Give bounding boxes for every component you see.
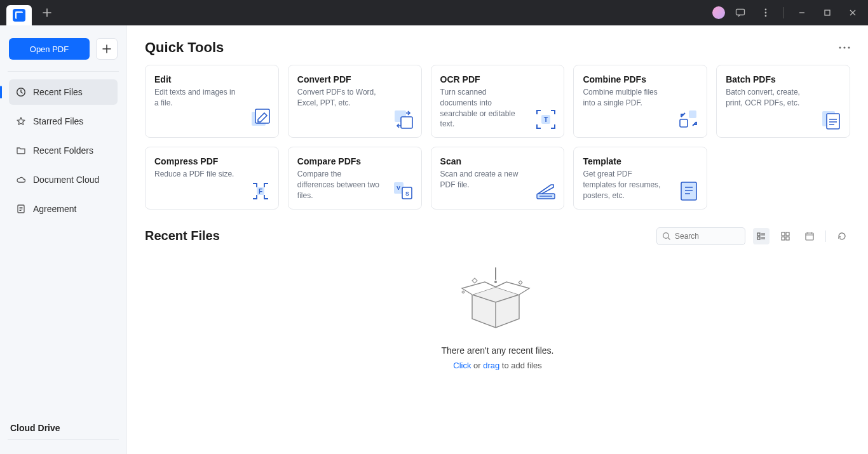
tool-card-convert[interactable]: Convert PDF Convert PDFs to Word, Excel,… xyxy=(288,65,422,138)
recent-files-title: Recent Files xyxy=(145,229,220,243)
svg-rect-0 xyxy=(736,10,745,15)
svg-rect-30 xyxy=(757,237,760,239)
empty-box-icon xyxy=(459,264,536,334)
tool-title: Compress PDF xyxy=(154,156,269,166)
folder-icon xyxy=(15,145,27,156)
svg-point-36 xyxy=(494,281,497,283)
sidebar-item-label: Agreement xyxy=(33,204,76,214)
sidebar-item-agreement[interactable]: Agreement xyxy=(9,196,118,222)
sidebar-item-recent-files[interactable]: Recent Files xyxy=(9,79,118,105)
combine-icon xyxy=(677,108,700,131)
search-input[interactable] xyxy=(675,232,740,241)
svg-text:F: F xyxy=(259,188,262,195)
empty-state: There aren't any recent files. Click or … xyxy=(145,264,850,370)
svg-rect-19 xyxy=(827,114,839,129)
compress-icon: F xyxy=(249,180,272,203)
svg-rect-34 xyxy=(786,237,789,240)
svg-rect-32 xyxy=(786,232,789,236)
doc-icon xyxy=(15,203,27,215)
search-box[interactable] xyxy=(656,227,745,245)
refresh-button[interactable] xyxy=(834,228,850,244)
quick-tools-more-button[interactable] xyxy=(839,44,850,51)
sidebar-item-document-cloud[interactable]: Document Cloud xyxy=(9,167,118,192)
empty-drag-link[interactable]: drag xyxy=(483,361,499,370)
svg-point-7 xyxy=(839,46,841,48)
template-icon xyxy=(677,180,700,203)
svg-point-9 xyxy=(848,46,850,48)
chat-icon[interactable] xyxy=(730,3,750,23)
batch-icon xyxy=(820,108,843,131)
search-icon xyxy=(662,232,671,241)
view-grid-button[interactable] xyxy=(777,228,794,244)
app-logo-icon xyxy=(13,9,25,22)
svg-rect-17 xyxy=(680,119,688,127)
titlebar xyxy=(0,0,868,25)
sidebar-item-label: Recent Folders xyxy=(33,145,93,156)
tool-card-ocr[interactable]: OCR PDF Turn scanned documents into sear… xyxy=(431,65,565,138)
svg-point-28 xyxy=(663,232,669,238)
svg-text:V: V xyxy=(397,185,400,191)
tool-card-edit[interactable]: Edit Edit texts and images in a file. xyxy=(145,65,279,138)
sidebar-item-starred-files[interactable]: Starred Files xyxy=(9,109,118,134)
edit-icon xyxy=(249,108,272,131)
sidebar-item-label: Recent Files xyxy=(33,87,83,97)
main-content: Quick Tools Edit Edit texts and images i… xyxy=(127,25,868,454)
tool-grid: Edit Edit texts and images in a file. Co… xyxy=(145,65,850,210)
svg-point-8 xyxy=(843,46,845,48)
window-close-button[interactable] xyxy=(843,3,863,23)
tool-card-scan[interactable]: Scan Scan and create a new PDF file. xyxy=(431,147,565,209)
svg-point-1 xyxy=(765,9,767,11)
window-maximize-button[interactable] xyxy=(817,3,837,23)
view-calendar-button[interactable] xyxy=(801,228,818,244)
tool-desc: Reduce a PDF file size. xyxy=(154,169,237,180)
sidebar-item-recent-folders[interactable]: Recent Folders xyxy=(9,138,118,163)
tool-card-combine[interactable]: Combine PDFs Combine multiple files into… xyxy=(573,65,707,138)
sidebar-divider xyxy=(8,71,119,72)
tool-card-compress[interactable]: Compress PDF Reduce a PDF file size. F xyxy=(145,147,279,209)
svg-rect-4 xyxy=(825,10,830,15)
controls-divider xyxy=(825,230,826,242)
svg-point-3 xyxy=(765,15,767,17)
star-icon xyxy=(15,116,27,127)
user-avatar[interactable] xyxy=(712,6,725,19)
tool-desc: Edit texts and images in a file. xyxy=(154,87,237,109)
svg-rect-29 xyxy=(757,233,760,236)
tool-title: OCR PDF xyxy=(440,74,555,84)
kebab-menu-icon[interactable] xyxy=(756,3,776,23)
window-minimize-button[interactable] xyxy=(792,3,812,23)
tool-card-compare[interactable]: Compare PDFs Compare the differences bet… xyxy=(288,147,422,209)
tool-card-template[interactable]: Template Get great PDF templates for res… xyxy=(573,147,707,209)
titlebar-divider xyxy=(783,7,784,18)
compare-icon: VS xyxy=(392,180,415,203)
tool-desc: Turn scanned documents into searchable o… xyxy=(440,87,523,130)
sidebar-bottom-divider xyxy=(8,439,119,440)
tool-card-batch[interactable]: Batch PDFs Batch convert, create, print,… xyxy=(716,65,850,138)
app-home-tab[interactable] xyxy=(6,5,32,25)
tool-desc: Compare the differences between two file… xyxy=(297,169,380,201)
create-pdf-button[interactable] xyxy=(96,38,118,60)
cloud-drive-heading: Cloud Drive xyxy=(9,420,118,439)
cloud-icon xyxy=(15,174,27,185)
clock-icon xyxy=(15,86,27,98)
tool-desc: Batch convert, create, print, OCR PDFs, … xyxy=(726,87,808,109)
svg-text:T: T xyxy=(544,116,548,123)
svg-rect-31 xyxy=(782,232,785,236)
tool-desc: Scan and create a new PDF file. xyxy=(440,169,523,190)
empty-main-text: There aren't any recent files. xyxy=(442,345,554,356)
svg-rect-27 xyxy=(681,182,696,200)
tool-title: Combine PDFs xyxy=(583,74,698,84)
svg-rect-35 xyxy=(806,233,813,240)
view-list-button[interactable] xyxy=(753,228,770,244)
new-tab-button[interactable] xyxy=(38,4,56,22)
tool-title: Compare PDFs xyxy=(297,156,412,166)
tool-title: Template xyxy=(583,156,698,166)
sidebar: Open PDF Recent Files Starred Files Rece… xyxy=(0,25,127,454)
empty-sub-text: Click or drag to add files xyxy=(453,361,542,370)
svg-rect-16 xyxy=(689,110,696,118)
open-pdf-button[interactable]: Open PDF xyxy=(9,38,90,60)
scan-icon xyxy=(534,180,557,203)
empty-click-link[interactable]: Click xyxy=(453,361,471,370)
tool-title: Convert PDF xyxy=(297,74,412,84)
tool-title: Batch PDFs xyxy=(726,74,841,84)
svg-rect-33 xyxy=(782,237,785,240)
